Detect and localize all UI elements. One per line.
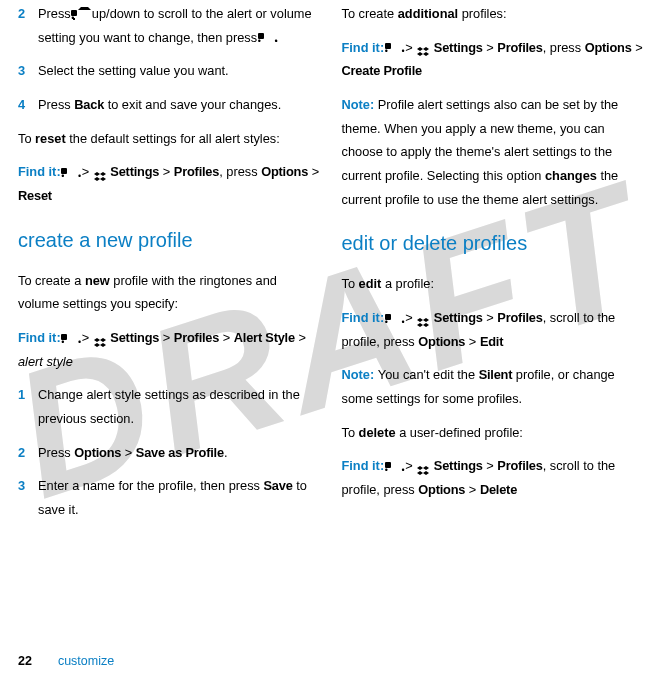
profiles-label: Profiles: [497, 310, 542, 325]
alert-style-italic: alert style: [18, 354, 73, 369]
options-label: Options: [418, 334, 465, 349]
find-it-edit: Find it: > Settings > Profiles, scroll t…: [342, 306, 644, 353]
find-it-delete: Find it: > Settings > Profiles, scroll t…: [342, 454, 644, 501]
profiles-label: Profiles: [497, 458, 542, 473]
note-label: Note:: [342, 97, 378, 112]
find-it-label: Find it:: [18, 164, 64, 179]
find-it-reset: Find it: > Settings > Profiles, press Op…: [18, 160, 320, 207]
gt: >: [465, 482, 480, 497]
alert-style-label: Alert Style: [234, 330, 295, 345]
save-label: Save: [264, 478, 293, 493]
text: the default settings for all alert style…: [66, 131, 280, 146]
step-body: Press Back to exit and save your changes…: [38, 93, 320, 117]
find-it-label: Find it:: [342, 40, 388, 55]
step-4: 4 Press Back to exit and save your chang…: [18, 93, 320, 117]
nav-center-icon: [64, 166, 78, 180]
create-profile-label: Create Profile: [342, 63, 422, 78]
heading-create-profile: create a new profile: [18, 222, 320, 259]
settings-menu-icon: [93, 333, 107, 345]
edit-intro: To edit a profile:: [342, 272, 644, 296]
settings-menu-icon: [416, 313, 430, 325]
gt: >: [121, 445, 136, 460]
text: , press: [543, 40, 585, 55]
delete-label: Delete: [480, 482, 517, 497]
new-bold: new: [85, 273, 110, 288]
gt: >: [483, 458, 498, 473]
gt: >: [295, 330, 306, 345]
gt: >: [632, 40, 643, 55]
find-it-create-profile: Find it: > Settings > Profiles, press Op…: [342, 36, 644, 83]
create-step-3: 3 Enter a name for the profile, then pre…: [18, 474, 320, 521]
gt: >: [483, 310, 498, 325]
additional-intro: To create additional profiles:: [342, 2, 644, 26]
settings-menu-icon: [416, 461, 430, 473]
step-body: Select the setting value you want.: [38, 59, 320, 83]
step-number: 2: [18, 2, 38, 49]
settings-label: Settings: [434, 458, 483, 473]
find-it-label: Find it:: [18, 330, 64, 345]
settings-menu-icon: [93, 167, 107, 179]
step-3: 3 Select the setting value you want.: [18, 59, 320, 83]
text: .: [224, 445, 228, 460]
edit-bold: edit: [359, 276, 382, 291]
text: Press: [38, 97, 74, 112]
footer-label: customize: [58, 654, 114, 668]
step-number: 2: [18, 441, 38, 465]
gt: >: [219, 330, 234, 345]
changes-bold: changes: [545, 168, 597, 183]
nav-center-icon: [261, 31, 275, 45]
settings-label: Settings: [110, 164, 159, 179]
gt: >: [465, 334, 480, 349]
heading-edit-delete: edit or delete profiles: [342, 225, 644, 262]
delete-bold: delete: [359, 425, 396, 440]
settings-menu-icon: [416, 42, 430, 54]
text: To create: [342, 6, 398, 21]
text: , press: [219, 164, 261, 179]
silent-label: Silent: [479, 367, 513, 382]
note-silent: Note: You can't edit the Silent profile,…: [342, 363, 644, 410]
nav-center-icon: [388, 460, 402, 474]
step-body: Change alert style settings as described…: [38, 383, 320, 430]
text: To create a: [18, 273, 85, 288]
reset-bold: reset: [35, 131, 66, 146]
step-number: 1: [18, 383, 38, 430]
text: You can't edit the: [378, 367, 479, 382]
gt: >: [308, 164, 319, 179]
find-it-label: Find it:: [342, 458, 388, 473]
nav-center-icon: [388, 312, 402, 326]
step-number: 4: [18, 93, 38, 117]
profiles-label: Profiles: [497, 40, 542, 55]
gt: >: [159, 330, 174, 345]
save-as-profile-label: Save as Profile: [136, 445, 224, 460]
nav-updown-icon: [74, 8, 88, 22]
left-column: 2 Press up/down to scroll to the alert o…: [18, 2, 320, 625]
options-label: Options: [74, 445, 121, 460]
edit-label: Edit: [480, 334, 503, 349]
reset-intro: To reset the default settings for all al…: [18, 127, 320, 151]
settings-label: Settings: [434, 40, 483, 55]
note-label: Note:: [342, 367, 378, 382]
text: Press: [38, 6, 74, 21]
options-label: Options: [418, 482, 465, 497]
find-it-label: Find it:: [342, 310, 388, 325]
create-step-2: 2 Press Options > Save as Profile.: [18, 441, 320, 465]
note-theme: Note: Profile alert settings also can be…: [342, 93, 644, 211]
text: To: [342, 425, 359, 440]
step-body: Press up/down to scroll to the alert or …: [38, 2, 320, 49]
step-body: Enter a name for the profile, then press…: [38, 474, 320, 521]
right-column: To create additional profiles: Find it: …: [342, 2, 644, 625]
text: To: [18, 131, 35, 146]
text: profiles:: [458, 6, 506, 21]
gt: >: [483, 40, 498, 55]
new-profile-intro: To create a new profile with the rington…: [18, 269, 320, 316]
options-label: Options: [261, 164, 308, 179]
text: a user-defined profile:: [396, 425, 523, 440]
create-step-1: 1 Change alert style settings as describ…: [18, 383, 320, 430]
page-number: 22: [18, 654, 32, 668]
options-label: Options: [585, 40, 632, 55]
gt: >: [159, 164, 174, 179]
text: to exit and save your changes.: [104, 97, 281, 112]
nav-center-icon: [64, 332, 78, 346]
profiles-label: Profiles: [174, 164, 219, 179]
text: Enter a name for the profile, then press: [38, 478, 264, 493]
